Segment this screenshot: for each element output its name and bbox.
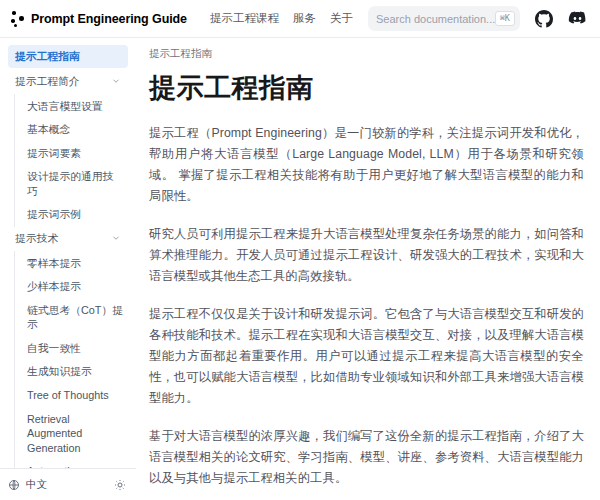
breadcrumb: 提示工程指南 — [149, 47, 584, 61]
sidebar-item-label: 大语言模型设置 — [27, 99, 103, 114]
sidebar-item[interactable]: 生成知识提示 — [14, 360, 128, 384]
sidebar-item-label: 提示词示例 — [27, 207, 81, 222]
sidebar-item[interactable]: 少样本提示 — [14, 275, 128, 299]
paragraph: 提示工程（Prompt Engineering）是一门较新的学科，关注提示词开发… — [149, 123, 584, 207]
nav-link-2[interactable]: 关于 — [330, 11, 353, 26]
body: 提示工程指南提示工程简介大语言模型设置基本概念提示词要素设计提示的通用技巧提示词… — [0, 38, 600, 500]
sidebar-item-label: 提示词要素 — [27, 146, 81, 161]
page-title: 提示工程指南 — [149, 70, 584, 106]
chevron-down-icon — [111, 76, 121, 86]
sidebar-item[interactable]: 提示词要素 — [14, 141, 128, 165]
paragraph: 研究人员可利用提示工程来提升大语言模型处理复杂任务场景的能力，如问答和算术推理能… — [149, 224, 584, 287]
language-switcher[interactable]: 中文 — [8, 478, 47, 492]
sidebar-item[interactable]: 自我一致性 — [14, 336, 128, 360]
header: Prompt Engineering Guide 提示工程课程服务关于 Sear… — [0, 0, 600, 38]
sidebar-item-label: 提示工程指南 — [15, 49, 80, 64]
header-nav-links: 提示工程课程服务关于 — [210, 11, 353, 26]
globe-icon — [8, 479, 20, 491]
sidebar-item[interactable]: Automatic Reasoning and Tool-use — [14, 460, 128, 468]
sidebar-item[interactable]: 大语言模型设置 — [14, 94, 128, 118]
sidebar-item-label: 自我一致性 — [27, 341, 81, 356]
sidebar-item-label: 零样本提示 — [27, 256, 81, 271]
sidebar: 提示工程指南提示工程简介大语言模型设置基本概念提示词要素设计提示的通用技巧提示词… — [0, 38, 136, 500]
sidebar-item[interactable]: 基本概念 — [14, 118, 128, 142]
discord-link[interactable] — [568, 11, 587, 26]
sidebar-item-label: Tree of Thoughts — [27, 388, 109, 403]
sidebar-item[interactable]: 链式思考（CoT）提示 — [14, 298, 128, 336]
sidebar-item-label: 设计提示的通用技巧 — [27, 169, 124, 198]
sidebar-item-label: 基本概念 — [27, 122, 70, 137]
sidebar-item[interactable]: Retrieval Augmented Generation — [14, 407, 128, 460]
sidebar-item[interactable]: 零样本提示 — [14, 251, 128, 275]
github-link[interactable] — [535, 10, 553, 28]
sidebar-footer: 中文 — [0, 468, 136, 500]
nav-link-0[interactable]: 提示工程课程 — [210, 11, 279, 26]
logo-dots-icon — [11, 10, 24, 27]
sidebar-item[interactable]: 设计提示的通用技巧 — [14, 165, 128, 203]
sidebar-item-label: 提示工程简介 — [15, 74, 80, 89]
nav-link-1[interactable]: 服务 — [293, 11, 316, 26]
logo-text: Prompt Engineering Guide — [31, 12, 187, 26]
search-shortcut-kbd: ⌘K — [495, 11, 515, 25]
sidebar-item[interactable]: Tree of Thoughts — [14, 383, 128, 407]
sidebar-item-label: Retrieval Augmented Generation — [27, 412, 124, 456]
sun-icon — [114, 479, 126, 491]
article-body: 提示工程（Prompt Engineering）是一门较新的学科，关注提示词开发… — [149, 123, 584, 489]
paragraph: 基于对大语言模型的浓厚兴趣，我们编写了这份全新的提示工程指南，介绍了大语言模型相… — [149, 426, 584, 489]
discord-icon — [568, 11, 587, 26]
search-placeholder: Search documentation... — [376, 13, 495, 25]
sidebar-item-label: 生成知识提示 — [27, 364, 92, 379]
sidebar-item[interactable]: 提示技术 — [8, 227, 128, 250]
main-content: 提示工程指南 提示工程指南 提示工程（Prompt Engineering）是一… — [136, 38, 600, 500]
logo[interactable]: Prompt Engineering Guide — [11, 10, 187, 27]
search-input[interactable]: Search documentation... ⌘K — [368, 6, 520, 31]
header-nav: 提示工程课程服务关于 Search documentation... ⌘K — [210, 6, 587, 31]
theme-toggle[interactable] — [114, 479, 126, 491]
chevron-down-icon — [111, 233, 121, 243]
sidebar-item[interactable]: 提示词示例 — [14, 203, 128, 227]
sidebar-item-label: 提示技术 — [15, 231, 58, 246]
sidebar-item-label: 少样本提示 — [27, 279, 81, 294]
sidebar-nav: 提示工程指南提示工程简介大语言模型设置基本概念提示词要素设计提示的通用技巧提示词… — [0, 38, 136, 468]
language-label: 中文 — [26, 478, 47, 492]
sidebar-item[interactable]: 提示工程指南 — [8, 45, 128, 68]
page: Prompt Engineering Guide 提示工程课程服务关于 Sear… — [0, 0, 600, 500]
github-icon — [535, 10, 553, 28]
paragraph: 提示工程不仅仅是关于设计和研发提示词。它包含了与大语言模型交互和研发的各种技能和… — [149, 304, 584, 409]
sidebar-item-label: 链式思考（CoT）提示 — [27, 303, 124, 332]
sidebar-item[interactable]: 提示工程简介 — [8, 70, 128, 93]
